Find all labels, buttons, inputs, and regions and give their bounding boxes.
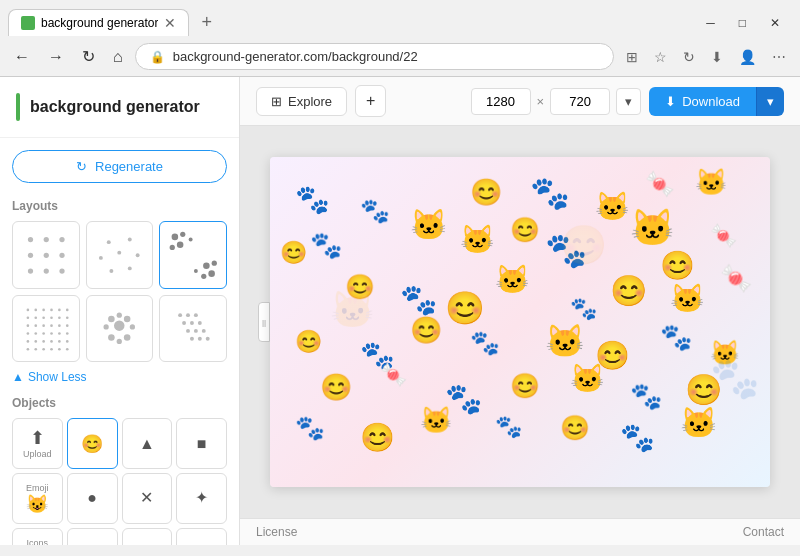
- canvas-emoji: 🐱: [680, 405, 717, 440]
- address-bar-row: ← → ↻ ⌂ 🔒 background-generator.com/backg…: [0, 37, 800, 76]
- canvas-emoji: 🐱: [695, 167, 727, 198]
- size-dropdown-button[interactable]: ▾: [616, 88, 641, 115]
- canvas-preview[interactable]: 🐾🐾🐱😊🐾🐱🍬🐱🐾😊🐱😊🐾🐱😊🍬😊🐾😊🐱🐾😊🐱🍬😊🐾😊🐾🐱😊🐾🐱😊🍬🐾😊🐱🐾😊🐾…: [270, 157, 770, 487]
- svg-point-33: [34, 317, 37, 320]
- svg-point-56: [26, 348, 29, 351]
- show-less-label: Show Less: [28, 370, 87, 384]
- forward-button[interactable]: →: [42, 44, 70, 70]
- regenerate-button[interactable]: ↻ Regenerate: [12, 150, 227, 183]
- new-tab-button[interactable]: +: [193, 8, 220, 37]
- explore-icon: ⊞: [271, 94, 282, 109]
- canvas-emoji: 🍬: [380, 362, 407, 388]
- svg-point-31: [66, 309, 69, 312]
- close-button[interactable]: ✕: [758, 12, 792, 34]
- tab-bar: background generator ✕ + ─ □ ✕: [0, 0, 800, 37]
- canvas-emoji-ghost: 🐾: [710, 355, 760, 402]
- download-group: ⬇ Download ▾: [649, 87, 784, 116]
- profile-button[interactable]: 👤: [733, 45, 762, 69]
- object-icons-category[interactable]: Icons ⊞: [12, 528, 63, 545]
- svg-point-46: [42, 332, 45, 335]
- layout-corner-cluster[interactable]: [159, 221, 227, 289]
- canvas-emoji: 🍬: [720, 263, 752, 294]
- download-status-button[interactable]: ⬇: [705, 45, 729, 69]
- tab-title: background generator: [41, 16, 158, 30]
- canvas-emoji: 🐾: [530, 174, 570, 212]
- height-input[interactable]: [550, 88, 610, 115]
- canvas-container: || 🐾🐾🐱😊🐾🐱🍬🐱🐾😊🐱😊🐾🐱😊🍬😊🐾😊🐱🐾😊🐱🍬😊🐾😊🐾🐱😊🐾🐱😊🍬🐾😊🐱…: [270, 157, 770, 487]
- svg-point-48: [58, 332, 61, 335]
- icons-label: Icons: [27, 538, 49, 545]
- layouts-grid: [12, 221, 227, 362]
- download-icon: ⬇: [665, 94, 676, 109]
- sidebar: background generator ↻ Regenerate Layout…: [0, 77, 240, 545]
- tab-close-button[interactable]: ✕: [164, 16, 176, 30]
- svg-point-24: [203, 262, 210, 269]
- svg-point-25: [194, 269, 198, 273]
- object-ring[interactable]: ○: [67, 528, 118, 545]
- sidebar-content: ↻ Regenerate Layouts: [0, 138, 239, 545]
- svg-point-4: [43, 252, 48, 257]
- svg-point-49: [66, 332, 69, 335]
- object-emoji-smiley[interactable]: 😊: [67, 418, 118, 469]
- address-bar[interactable]: 🔒 background-generator.com/background/22: [135, 43, 614, 70]
- triangle-icon: ▲: [139, 436, 155, 452]
- svg-point-79: [202, 329, 206, 333]
- download-dropdown-button[interactable]: ▾: [756, 87, 784, 116]
- svg-point-10: [128, 237, 132, 241]
- explore-button[interactable]: ⊞ Explore: [256, 87, 347, 116]
- canvas-resize-handle[interactable]: ||: [258, 302, 270, 342]
- sync-button[interactable]: ↻: [677, 45, 701, 69]
- svg-point-70: [117, 339, 122, 344]
- download-chevron-icon: ▾: [767, 94, 774, 109]
- show-less-button[interactable]: ▲ Show Less: [12, 370, 87, 384]
- minimize-button[interactable]: ─: [694, 12, 727, 34]
- refresh-button[interactable]: ↻: [76, 43, 101, 70]
- object-dropbox[interactable]: ❖: [176, 528, 227, 545]
- circle-icon: ●: [87, 490, 97, 506]
- active-tab[interactable]: background generator ✕: [8, 9, 189, 36]
- download-button[interactable]: ⬇ Download: [649, 87, 756, 116]
- canvas-emoji: 😊: [410, 315, 442, 346]
- canvas-emoji: 😊: [510, 216, 540, 244]
- canvas-emoji: 🐾: [310, 230, 342, 261]
- back-button[interactable]: ←: [8, 44, 36, 70]
- menu-button[interactable]: ⋯: [766, 45, 792, 69]
- object-box3d[interactable]: ⬡: [122, 528, 173, 545]
- extensions-button[interactable]: ⊞: [620, 45, 644, 69]
- maximize-button[interactable]: □: [727, 12, 758, 34]
- chevron-up-icon: ▲: [12, 370, 24, 384]
- layout-sparse-dots[interactable]: [86, 221, 154, 289]
- layout-blob[interactable]: [86, 295, 154, 363]
- layout-grid-dots[interactable]: [12, 221, 80, 289]
- home-button[interactable]: ⌂: [107, 44, 129, 70]
- toolbar: ⊞ Explore + × ▾ ⬇ Download ▾: [240, 77, 800, 126]
- canvas-emoji: 🐾: [495, 414, 522, 440]
- object-triangle[interactable]: ▲: [122, 418, 173, 469]
- width-input[interactable]: [471, 88, 531, 115]
- object-cross[interactable]: ✕: [122, 473, 173, 524]
- svg-point-5: [59, 252, 64, 257]
- contact-link[interactable]: Contact: [743, 525, 784, 539]
- object-square[interactable]: ■: [176, 418, 227, 469]
- layout-diamond[interactable]: [159, 295, 227, 363]
- tab-favicon: [21, 16, 35, 30]
- object-star[interactable]: ✦: [176, 473, 227, 524]
- canvas-emoji: 🐾: [470, 329, 500, 357]
- favorites-button[interactable]: ☆: [648, 45, 673, 69]
- object-emoji-category[interactable]: Emoji 😺: [12, 473, 63, 524]
- svg-point-6: [27, 268, 32, 273]
- layout-dense-grid[interactable]: [12, 295, 80, 363]
- object-circle[interactable]: ●: [67, 473, 118, 524]
- svg-point-15: [128, 266, 132, 270]
- emoji-face-icon: 😺: [26, 495, 48, 513]
- explore-label: Explore: [288, 94, 332, 109]
- object-upload[interactable]: ⬆ Upload: [12, 418, 63, 469]
- canvas-emoji: 🐱: [545, 322, 585, 360]
- svg-point-11: [99, 255, 103, 259]
- license-link[interactable]: License: [256, 525, 297, 539]
- canvas-emoji: 😊: [610, 273, 647, 308]
- bottom-bar: License Contact: [240, 518, 800, 545]
- emoji-label: Emoji: [26, 483, 49, 493]
- add-button[interactable]: +: [355, 85, 386, 117]
- canvas-emoji: 🍬: [710, 223, 737, 249]
